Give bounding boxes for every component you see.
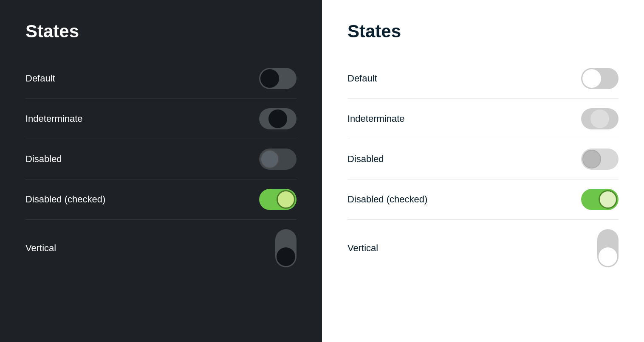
light-default-label: Default	[347, 73, 377, 84]
light-vertical-label: Vertical	[347, 243, 378, 254]
light-default-row: Default	[347, 59, 619, 98]
dark-vertical-toggle-container	[275, 229, 297, 267]
light-disabled-checked-toggle	[581, 189, 619, 210]
light-default-toggle[interactable]	[581, 68, 619, 89]
light-vertical-toggle-container	[597, 229, 619, 267]
dark-disabled-label: Disabled	[25, 154, 62, 165]
dark-vertical-label: Vertical	[25, 243, 56, 254]
dark-indeterminate-toggle-container	[259, 108, 297, 129]
dark-disabled-checked-knob	[277, 190, 295, 209]
dark-disabled-checked-label: Disabled (checked)	[25, 194, 105, 205]
light-disabled-knob	[582, 150, 601, 168]
light-default-knob	[582, 69, 601, 88]
dark-disabled-checked-toggle-container	[259, 189, 297, 210]
light-panel-title: States	[347, 21, 619, 42]
dark-indeterminate-toggle[interactable]	[259, 108, 297, 129]
light-disabled-toggle	[581, 149, 619, 170]
dark-disabled-row: Disabled	[25, 139, 297, 179]
dark-default-label: Default	[25, 73, 55, 84]
dark-default-row: Default	[25, 59, 297, 98]
dark-vertical-row: Vertical	[25, 220, 297, 277]
dark-indeterminate-knob	[268, 109, 287, 128]
dark-default-toggle-container	[259, 68, 297, 89]
light-vertical-toggle[interactable]	[597, 229, 619, 267]
light-indeterminate-row: Indeterminate	[347, 99, 619, 139]
dark-indeterminate-label: Indeterminate	[25, 113, 83, 124]
dark-disabled-checked-row: Disabled (checked)	[25, 179, 297, 219]
light-disabled-checked-toggle-container	[581, 189, 619, 210]
light-disabled-checked-row: Disabled (checked)	[347, 179, 619, 219]
light-disabled-toggle-container	[581, 149, 619, 170]
light-disabled-row: Disabled	[347, 139, 619, 179]
dark-disabled-knob	[260, 150, 279, 168]
light-disabled-checked-label: Disabled (checked)	[347, 194, 427, 205]
dark-disabled-toggle	[259, 149, 297, 170]
dark-indeterminate-row: Indeterminate	[25, 99, 297, 139]
light-vertical-row: Vertical	[347, 220, 619, 277]
dark-disabled-toggle-container	[259, 149, 297, 170]
light-disabled-label: Disabled	[347, 154, 384, 165]
dark-default-knob	[260, 69, 279, 88]
light-panel: States Default Indeterminate Disabled	[322, 0, 644, 342]
light-indeterminate-label: Indeterminate	[347, 113, 405, 124]
dark-default-toggle[interactable]	[259, 68, 297, 89]
light-vertical-knob	[599, 247, 617, 266]
dark-vertical-toggle[interactable]	[275, 229, 297, 267]
dark-disabled-checked-toggle	[259, 189, 297, 210]
light-indeterminate-knob	[590, 109, 609, 128]
dark-vertical-knob	[277, 247, 295, 266]
dark-panel-title: States	[25, 21, 297, 42]
dark-panel: States Default Indeterminate Disabled	[0, 0, 322, 342]
light-indeterminate-toggle-container	[581, 108, 619, 129]
light-disabled-checked-knob	[599, 190, 617, 209]
light-default-toggle-container	[581, 68, 619, 89]
light-indeterminate-toggle[interactable]	[581, 108, 619, 129]
